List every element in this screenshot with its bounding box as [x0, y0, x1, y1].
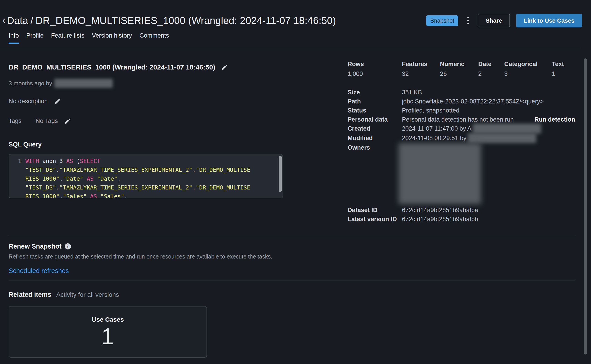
- page-header: ‹ Data/DR_DEMO_MULTISERIES_1000 (Wrangle…: [0, 0, 591, 28]
- sql-query-heading: SQL Query: [9, 141, 283, 148]
- left-column: DR_DEMO_MULTISERIES_1000 (Wrangled: 2024…: [9, 61, 283, 224]
- kebab-menu-icon[interactable]: [465, 15, 472, 26]
- sql-code-line: "TEST_DB"."TAMAZLYKAR_TIME_SERIES_EXPERI…: [14, 165, 274, 174]
- detail-value: 672cfd14a9bf2851b9abafbb: [402, 214, 575, 224]
- section-divider: [9, 236, 575, 236]
- dataset-info-page: ‹ Data/DR_DEMO_MULTISERIES_1000 (Wrangle…: [0, 0, 591, 364]
- detail-value: 351 KB: [402, 88, 575, 97]
- redacted-user-name: [473, 124, 541, 134]
- breadcrumb-data-link[interactable]: Data: [7, 15, 28, 26]
- detail-row-status: StatusProfiled, snapshotted: [348, 106, 575, 115]
- link-to-use-cases-button[interactable]: Link to Use Cases: [516, 14, 582, 27]
- detail-row-latest-version-id: Latest version ID672cfd14a9bf2851b9abafb…: [348, 214, 575, 224]
- activity-subheading: Activity for all versions: [56, 291, 119, 298]
- detail-label: Owners: [348, 143, 402, 152]
- detail-rows: Size351 KBPathjdbc:Snowflake-2023-02-08T…: [348, 88, 575, 224]
- share-button[interactable]: Share: [478, 14, 510, 27]
- detail-row-modified: Modified2024-11-08 00:29:51 by: [348, 134, 575, 143]
- right-column: Rows1,000Features32Numeric26Date2Categor…: [348, 61, 575, 224]
- tags-value: No Tags: [36, 117, 58, 124]
- header-actions: Snapshot Share Link to Use Cases: [426, 14, 582, 27]
- stat-text: Text1: [552, 61, 564, 78]
- detail-value: jdbc:Snowflake-2023-02-08T22:22:37.554Z/…: [402, 97, 575, 106]
- code-scrollbar-thumb[interactable]: [279, 156, 282, 192]
- tab-bar: InfoProfileFeature listsVersion historyC…: [0, 28, 591, 44]
- stat-numeric: Numeric26: [440, 61, 478, 78]
- redacted-user-name: [468, 133, 536, 143]
- renew-snapshot-section: Renew Snapshot i Refresh tasks are queue…: [9, 243, 272, 275]
- description-text: No description: [9, 98, 48, 105]
- detail-label: Latest version ID: [348, 214, 402, 224]
- detail-label: Dataset ID: [348, 206, 402, 214]
- renew-snapshot-heading: Renew Snapshot: [9, 243, 62, 250]
- detail-label: Size: [348, 88, 402, 97]
- redacted-author-name: [54, 79, 113, 88]
- section-divider: [9, 280, 575, 280]
- detail-row-size: Size351 KB: [348, 88, 575, 97]
- detail-row-dataset-id: Dataset ID672cfd14a9bf2851b9abafba: [348, 206, 575, 214]
- tab-comments[interactable]: Comments: [139, 32, 169, 44]
- tab-bar-divider: [0, 48, 580, 48]
- dataset-title-text: DR_DEMO_MULTISERIES_1000 (Wrangled: 2024…: [36, 15, 336, 26]
- dataset-heading: DR_DEMO_MULTISERIES_1000 (Wrangled: 2024…: [9, 63, 215, 71]
- run-detection-link[interactable]: Run detection: [534, 115, 575, 124]
- edit-title-pencil-icon[interactable]: [221, 64, 228, 71]
- detail-label: Personal data: [348, 115, 402, 124]
- detail-row-path: Pathjdbc:Snowflake-2023-02-08T22:22:37.5…: [348, 97, 575, 106]
- detail-value: 2024-11-07 11:47:00 by A: [402, 124, 575, 134]
- detail-value: Personal data detection has not been run…: [402, 115, 575, 124]
- tags-label: Tags: [9, 117, 21, 124]
- edit-tags-pencil-icon[interactable]: [64, 118, 71, 124]
- tab-feature-lists[interactable]: Feature lists: [51, 32, 85, 44]
- detail-value: 672cfd14a9bf2851b9abafba: [402, 206, 575, 214]
- stat-features: Features32: [402, 61, 440, 78]
- breadcrumb-separator: /: [28, 15, 35, 26]
- tab-version-history[interactable]: Version history: [92, 32, 132, 44]
- use-cases-card-title: Use Cases: [9, 316, 206, 323]
- info-icon[interactable]: i: [65, 243, 71, 249]
- detail-value: [402, 143, 575, 204]
- use-cases-card[interactable]: Use Cases 1: [9, 306, 207, 358]
- sql-code-line: RIES_1000"."Sales" AS "Sales",: [14, 192, 274, 198]
- tab-profile[interactable]: Profile: [26, 32, 44, 44]
- use-cases-count: 1: [9, 324, 206, 349]
- detail-row-created: Created2024-11-07 11:47:00 by A: [348, 124, 575, 134]
- stat-date: Date2: [478, 61, 504, 78]
- modified-ago-text: 3 months ago by: [9, 80, 52, 87]
- edit-description-pencil-icon[interactable]: [54, 98, 61, 105]
- detail-row-personal-data: Personal dataPersonal data detection has…: [348, 115, 575, 124]
- stats-row: Rows1,000Features32Numeric26Date2Categor…: [348, 61, 575, 78]
- snapshot-badge: Snapshot: [426, 15, 458, 26]
- page-title: Data/DR_DEMO_MULTISERIES_1000 (Wrangled:…: [7, 15, 336, 26]
- detail-label: Modified: [348, 134, 402, 143]
- redacted-owners-block: [399, 143, 481, 204]
- sql-code-line: 1WITH anon_3 AS (SELECT: [14, 157, 274, 165]
- detail-value: 2024-11-08 00:29:51 by: [402, 134, 575, 143]
- detail-label: Path: [348, 97, 402, 106]
- renew-snapshot-description: Refresh tasks are queued at the selected…: [9, 253, 272, 260]
- sql-code-lines: 1WITH anon_3 AS (SELECT"TEST_DB"."TAMAZL…: [14, 157, 274, 198]
- back-chevron-icon[interactable]: ‹: [2, 15, 7, 26]
- tab-info[interactable]: Info: [9, 32, 19, 44]
- main-content: DR_DEMO_MULTISERIES_1000 (Wrangled: 2024…: [0, 44, 591, 224]
- stat-categorical: Categorical3: [504, 61, 552, 78]
- sql-code-line: RIES_1000"."Date" AS "Date",: [14, 174, 274, 183]
- scheduled-refreshes-link[interactable]: Scheduled refreshes: [9, 267, 69, 275]
- related-items-section: Related items Activity for all versions …: [9, 291, 207, 358]
- related-items-heading: Related items: [9, 291, 51, 298]
- stat-rows: Rows1,000: [348, 61, 402, 78]
- sql-query-code-block[interactable]: 1WITH anon_3 AS (SELECT"TEST_DB"."TAMAZL…: [9, 154, 283, 198]
- detail-label: Created: [348, 124, 402, 133]
- detail-row-owners: Owners: [348, 143, 575, 204]
- sql-code-line: "TEST_DB"."TAMAZLYKAR_TIME_SERIES_EXPERI…: [14, 183, 274, 192]
- page-scrollbar-thumb[interactable]: [584, 58, 587, 355]
- detail-label: Status: [348, 106, 402, 115]
- detail-value: Profiled, snapshotted: [402, 106, 575, 115]
